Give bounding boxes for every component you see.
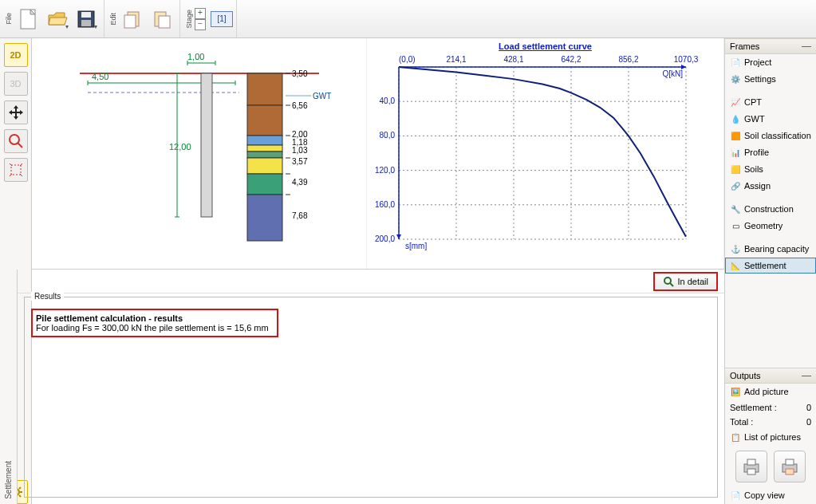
stage-add-button[interactable]: + — [195, 8, 206, 19]
results-highlight: Pile settlement calculation - results Fo… — [31, 309, 278, 337]
stage-remove-button[interactable]: − — [195, 19, 206, 30]
svg-rect-78 — [747, 459, 755, 465]
move-arrows-icon — [8, 104, 24, 120]
svg-text:3,50: 3,50 — [292, 69, 308, 78]
zoom-extents-button[interactable] — [4, 158, 28, 182]
frame-item-icon: ⚓ — [730, 243, 741, 254]
chart-title: Load settlement curve — [367, 38, 723, 51]
paste-button[interactable] — [148, 6, 175, 33]
print-button-2[interactable] — [774, 451, 806, 482]
copy-view-icon: 📄 — [730, 490, 741, 501]
list-of-pictures-button[interactable]: 📋 List of pictures — [725, 429, 816, 446]
frame-item-label: Settings — [744, 74, 776, 84]
svg-text:GWT: GWT — [313, 92, 331, 100]
frame-item-label: Geometry — [744, 221, 782, 230]
view-2d-button[interactable]: 2D — [4, 43, 28, 67]
results-box: Results Pile settlement calculation - re… — [24, 297, 718, 498]
copy-view-button[interactable]: 📄 Copy view — [725, 487, 816, 504]
copy-button[interactable] — [120, 6, 147, 33]
frames-item-soil-classification[interactable]: 🟧Soil classification — [725, 128, 816, 144]
svg-text:856,2: 856,2 — [618, 55, 638, 64]
frame-item-label: Soil classification — [744, 131, 811, 140]
svg-rect-5 — [81, 12, 91, 18]
frames-item-construction[interactable]: 🔧Construction — [725, 201, 816, 218]
svg-rect-27 — [247, 145, 282, 152]
svg-rect-21 — [201, 73, 212, 217]
print-button-1[interactable] — [735, 451, 767, 482]
outputs-total-row: Total :0 — [725, 415, 816, 429]
frame-item-icon: 📐 — [730, 260, 741, 271]
svg-text:120,0: 120,0 — [375, 166, 395, 175]
frames-item-cpt[interactable]: 📈CPT — [725, 94, 816, 111]
svg-rect-82 — [786, 469, 794, 474]
clipboard-paste-icon — [152, 9, 172, 30]
list-icon: 📋 — [730, 431, 741, 443]
frame-item-icon: 🔧 — [730, 203, 741, 215]
svg-text:200,0: 200,0 — [375, 234, 395, 243]
frames-item-project[interactable]: 📄Project — [725, 54, 816, 71]
edit-group-label: Edit — [108, 10, 119, 29]
svg-line-84 — [670, 283, 673, 286]
frames-item-settlement[interactable]: 📐Settlement — [725, 258, 816, 274]
frame-item-icon: 📈 — [730, 96, 741, 108]
view-3d-button[interactable]: 3D — [4, 72, 28, 96]
printer-color-icon — [779, 456, 800, 477]
frame-item-icon: 🔗 — [730, 180, 741, 191]
main-view-area: 4,50 1,00 12,00 — [32, 38, 724, 270]
frame-item-icon: 🟨 — [730, 163, 741, 175]
frames-item-geometry[interactable]: ▭Geometry — [725, 218, 816, 234]
load-settlement-chart: (0,0)214,1428,1642,2856,21070,340,080,01… — [367, 51, 702, 258]
in-detail-button[interactable]: In detail — [653, 272, 718, 291]
frame-item-icon: 💧 — [730, 113, 741, 124]
svg-rect-24 — [247, 73, 282, 105]
svg-text:s[mm]: s[mm] — [405, 242, 427, 250]
frame-item-icon: 📄 — [730, 57, 741, 68]
svg-text:214,1: 214,1 — [446, 55, 466, 64]
svg-text:1070,3: 1070,3 — [674, 55, 699, 64]
open-file-button[interactable] — [44, 6, 71, 33]
right-panel: Frames— 📄Project⚙️Settings📈CPT💧GWT🟧Soil … — [724, 38, 816, 504]
bottom-tab[interactable]: Settlement — [0, 270, 18, 504]
zoom-window-button[interactable] — [4, 129, 28, 153]
open-folder-icon — [47, 10, 68, 28]
save-file-button[interactable] — [73, 6, 100, 33]
frame-item-label: Assign — [744, 181, 771, 191]
stage-indicator[interactable]: [1] — [211, 11, 233, 27]
frames-item-soils[interactable]: 🟨Soils — [725, 161, 816, 178]
frame-item-label: Bearing capacity — [744, 244, 809, 254]
outputs-minimize-button[interactable]: — — [802, 372, 811, 379]
new-file-button[interactable] — [15, 6, 42, 33]
svg-text:160,0: 160,0 — [375, 200, 395, 209]
frames-minimize-button[interactable]: — — [802, 43, 811, 49]
svg-text:40,0: 40,0 — [380, 96, 396, 105]
svg-marker-63 — [396, 234, 401, 239]
frames-item-profile[interactable]: 📊Profile — [725, 144, 816, 161]
pile-drawing: 4,50 1,00 12,00 — [32, 38, 367, 269]
frames-item-gwt[interactable]: 💧GWT — [725, 111, 816, 128]
add-picture-button[interactable]: 🖼️ Add picture — [725, 384, 816, 400]
outputs-settlement-row: Settlement :0 — [725, 400, 816, 415]
frame-item-label: GWT — [744, 114, 765, 124]
pile-drawing-pane[interactable]: 4,50 1,00 12,00 — [32, 38, 367, 269]
svg-text:428,1: 428,1 — [503, 55, 523, 64]
chart-pane[interactable]: Load settlement curve (0,0)214,1428,1642… — [367, 38, 724, 269]
frames-item-assign[interactable]: 🔗Assign — [725, 178, 816, 195]
frame-item-label: Construction — [744, 204, 794, 214]
svg-text:Q[kN]: Q[kN] — [662, 69, 683, 78]
svg-text:1,03: 1,03 — [292, 146, 308, 155]
frames-item-bearing-capacity[interactable]: ⚓Bearing capacity — [725, 241, 816, 258]
svg-rect-29 — [247, 158, 282, 174]
svg-marker-3 — [49, 18, 67, 25]
results-legend: Results — [31, 292, 64, 301]
clipboard-copy-icon — [123, 9, 144, 30]
frame-item-label: CPT — [744, 97, 762, 107]
pan-button[interactable] — [4, 100, 28, 124]
svg-rect-6 — [81, 20, 91, 26]
frame-item-label: Soils — [744, 164, 763, 174]
svg-rect-28 — [247, 152, 282, 158]
svg-rect-31 — [247, 195, 282, 241]
svg-rect-81 — [786, 459, 794, 465]
svg-line-12 — [18, 143, 22, 148]
frames-item-settings[interactable]: ⚙️Settings — [725, 71, 816, 88]
svg-text:7,68: 7,68 — [292, 211, 308, 220]
